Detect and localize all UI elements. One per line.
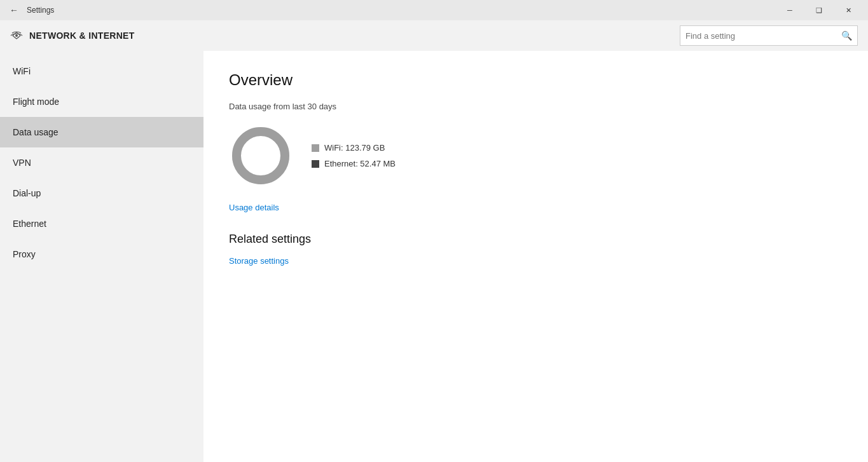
storage-settings-link[interactable]: Storage settings bbox=[229, 256, 843, 266]
chart-legend: WiFi: 123.79 GB Ethernet: 52.47 MB bbox=[312, 143, 396, 168]
back-button[interactable]: ← bbox=[5, 1, 23, 19]
related-settings-title: Related settings bbox=[229, 233, 843, 246]
chart-section: WiFi: 123.79 GB Ethernet: 52.47 MB bbox=[229, 124, 843, 187]
maximize-button[interactable]: ❑ bbox=[804, 0, 834, 20]
titlebar-title: Settings bbox=[27, 6, 775, 15]
content-area: Overview Data usage from last 30 days Wi… bbox=[203, 51, 868, 462]
titlebar: ← Settings ─ ❑ ✕ bbox=[0, 0, 868, 20]
network-icon bbox=[10, 29, 23, 42]
sidebar-item-proxy[interactable]: Proxy bbox=[0, 239, 203, 269]
overview-title: Overview bbox=[229, 71, 843, 89]
sidebar-item-data-usage[interactable]: Data usage bbox=[0, 117, 203, 147]
close-button[interactable]: ✕ bbox=[834, 0, 863, 20]
sidebar-item-dial-up[interactable]: Dial-up bbox=[0, 178, 203, 208]
data-usage-label: Data usage from last 30 days bbox=[229, 102, 843, 111]
main-layout: WiFi Flight mode Data usage VPN Dial-up … bbox=[0, 51, 868, 462]
minimize-button[interactable]: ─ bbox=[775, 0, 804, 20]
wifi-legend-label: WiFi: 123.79 GB bbox=[324, 143, 385, 153]
sidebar: WiFi Flight mode Data usage VPN Dial-up … bbox=[0, 51, 203, 462]
search-box[interactable]: 🔍 bbox=[680, 25, 858, 46]
svg-point-2 bbox=[237, 132, 285, 180]
search-icon: 🔍 bbox=[841, 31, 852, 41]
sidebar-item-flight-mode[interactable]: Flight mode bbox=[0, 86, 203, 117]
search-input[interactable] bbox=[685, 31, 841, 41]
sidebar-item-wifi[interactable]: WiFi bbox=[0, 56, 203, 86]
ethernet-legend-color bbox=[312, 160, 319, 168]
wifi-legend-color bbox=[312, 144, 319, 152]
header: NETWORK & INTERNET 🔍 bbox=[0, 20, 868, 51]
usage-details-link[interactable]: Usage details bbox=[229, 203, 843, 212]
ethernet-legend-item: Ethernet: 52.47 MB bbox=[312, 159, 396, 168]
page-title: NETWORK & INTERNET bbox=[29, 31, 680, 41]
window-controls: ─ ❑ ✕ bbox=[775, 0, 863, 20]
sidebar-item-ethernet[interactable]: Ethernet bbox=[0, 208, 203, 239]
wifi-legend-item: WiFi: 123.79 GB bbox=[312, 143, 396, 153]
donut-chart bbox=[229, 124, 293, 187]
ethernet-legend-label: Ethernet: 52.47 MB bbox=[324, 159, 396, 168]
svg-point-0 bbox=[15, 34, 18, 37]
sidebar-item-vpn[interactable]: VPN bbox=[0, 147, 203, 178]
